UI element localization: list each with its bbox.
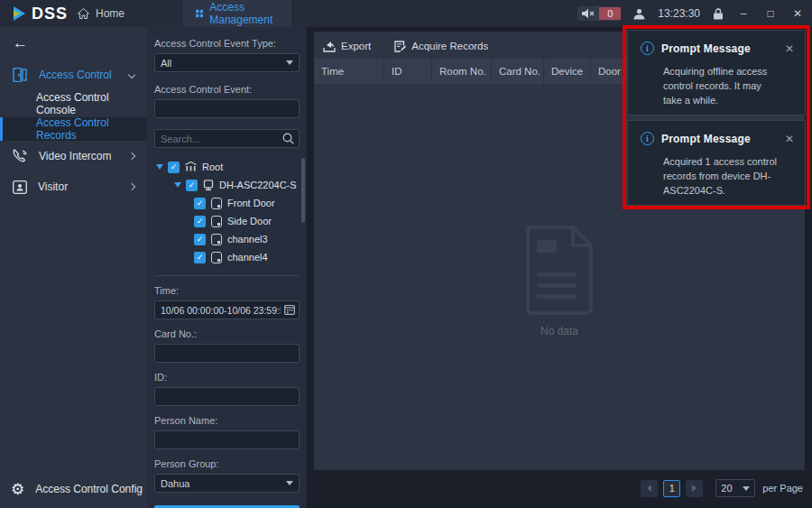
search-input[interactable]: [154, 129, 300, 148]
device-icon: [203, 180, 214, 191]
tree-node-channel[interactable]: ✓ channel3: [154, 230, 300, 248]
per-page-label: per Page: [762, 483, 803, 494]
export-button[interactable]: Export: [323, 41, 371, 52]
page-size-select[interactable]: 20: [715, 479, 755, 497]
chevron-down-icon: [128, 71, 135, 79]
back-icon: ←: [13, 34, 28, 52]
search-icon[interactable]: [282, 133, 294, 144]
tab-access-management-label: Access Management: [209, 1, 279, 26]
prev-page-button[interactable]: [641, 480, 658, 497]
toast-title: Prompt Message: [661, 133, 778, 145]
filter-panel: Access Control Event Type: All Access Co…: [147, 27, 307, 508]
tree-node-device[interactable]: ✓ DH-ASC2204C-S: [154, 176, 300, 194]
top-bar: DSS Home Access Management 0 13:: [0, 0, 812, 27]
tree-node-channel[interactable]: ✓ Side Door: [154, 212, 300, 230]
sidebar-item-access-control[interactable]: Access Control: [0, 60, 147, 90]
prev-arrow-icon: [647, 485, 651, 492]
event-type-select[interactable]: All: [154, 53, 300, 72]
window-minimize-button[interactable]: –: [736, 7, 751, 20]
person-group-select[interactable]: Dahua: [154, 474, 300, 493]
sidebar-item-visitor[interactable]: Visitor: [0, 171, 147, 202]
tree-node-channel[interactable]: ✓ channel4: [154, 248, 300, 266]
speaker-muted-icon: [577, 6, 599, 21]
card-no-input[interactable]: [154, 344, 300, 363]
page-size-value: 20: [721, 483, 732, 494]
column-header-time[interactable]: Time: [314, 59, 383, 84]
person-group-label: Person Group:: [154, 458, 300, 469]
event-input[interactable]: [154, 99, 300, 118]
select-arrow-icon: [286, 60, 293, 65]
export-icon: [323, 41, 336, 52]
time-range-input[interactable]: [154, 300, 300, 319]
alarm-count-badge: 0: [599, 7, 621, 20]
divider: [154, 275, 300, 276]
tree-checkbox[interactable]: ✓: [194, 252, 206, 263]
window-maximize-button[interactable]: □: [763, 7, 778, 20]
info-icon: i: [641, 132, 654, 145]
acquire-records-button[interactable]: Acquire Records: [394, 41, 488, 52]
tree-expand-icon[interactable]: [174, 182, 181, 188]
tree-scrollbar[interactable]: [301, 158, 305, 223]
window-close-button[interactable]: ✕: [790, 7, 805, 20]
next-page-button[interactable]: [686, 480, 703, 497]
id-input[interactable]: [154, 387, 300, 406]
tree-node-channel[interactable]: ✓ Front Door: [154, 194, 300, 212]
home-icon: [78, 8, 89, 19]
tree-node-label: Side Door: [227, 216, 272, 226]
chevron-right-icon: [128, 183, 135, 190]
event-label: Access Control Event:: [154, 84, 300, 95]
tab-home[interactable]: Home: [65, 0, 137, 27]
sidebar-item-access-control-records[interactable]: Access Control Records: [0, 117, 147, 141]
door-channel-icon: [211, 234, 222, 245]
tree-checkbox[interactable]: ✓: [194, 216, 206, 227]
info-icon: i: [641, 42, 654, 55]
tree-checkbox[interactable]: ✓: [186, 180, 198, 191]
lock-icon[interactable]: [713, 8, 724, 20]
tab-access-management[interactable]: Access Management: [183, 0, 291, 27]
id-label: ID:: [154, 372, 300, 383]
export-label: Export: [341, 41, 371, 51]
tree-expand-icon[interactable]: [156, 164, 163, 170]
chevron-right-icon: [128, 152, 135, 160]
next-arrow-icon: [692, 485, 697, 492]
person-group-value: Dahua: [161, 478, 189, 489]
tree-node-root[interactable]: ✓ Root: [154, 158, 300, 176]
access-control-config-label: Access Control Config: [35, 483, 143, 495]
topbar-right-cluster: 0 13:23:30 – □ ✕: [577, 0, 805, 27]
tree-node-label: Root: [202, 162, 223, 172]
access-control-door-icon: [13, 68, 28, 82]
tree-node-label: channel4: [227, 252, 268, 263]
alarm-sound-control[interactable]: 0: [577, 6, 621, 21]
clock: 13:23:30: [658, 7, 700, 20]
back-button[interactable]: ←: [0, 27, 147, 60]
tree-checkbox[interactable]: ✓: [194, 198, 206, 209]
prompt-message-toast-2: i Prompt Message ✕ Acquired 1 access con…: [627, 120, 806, 206]
access-control-config-button[interactable]: ⚙ Access Control Config: [0, 476, 147, 503]
current-page-button[interactable]: 1: [663, 480, 680, 497]
tree-checkbox[interactable]: ✓: [168, 162, 180, 173]
close-icon[interactable]: ✕: [785, 133, 794, 145]
door-channel-icon: [211, 198, 222, 209]
user-icon[interactable]: [633, 8, 645, 20]
sidebar-item-video-intercom[interactable]: Video Intercom: [0, 141, 147, 171]
column-header-room-no[interactable]: Room No.: [431, 59, 491, 84]
calendar-icon[interactable]: [284, 304, 295, 315]
person-name-input[interactable]: [154, 430, 300, 449]
sidebar-item-label: Visitor: [38, 180, 118, 193]
column-header-id[interactable]: ID: [383, 59, 431, 84]
tree-checkbox[interactable]: ✓: [194, 234, 206, 245]
select-arrow-icon: [286, 481, 293, 485]
pagination: 1 20 per Page: [641, 477, 803, 499]
device-tree: ✓ Root ✓ DH-ASC2204C-S: [154, 158, 300, 268]
sidebar-item-access-control-console[interactable]: Access Control Console: [0, 90, 147, 117]
column-header-card-no[interactable]: Card No.: [491, 59, 543, 84]
gear-icon: ⚙: [11, 482, 24, 497]
column-header-device[interactable]: Device: [543, 59, 590, 84]
door-channel-icon: [211, 216, 222, 227]
no-data-document-icon: [522, 226, 596, 316]
acquire-records-icon: [394, 41, 406, 52]
toast-body: Acquiring offline access control records…: [663, 64, 794, 107]
close-icon[interactable]: ✕: [785, 42, 794, 55]
empty-state: No data: [314, 226, 805, 337]
door-channel-icon: [211, 252, 222, 263]
